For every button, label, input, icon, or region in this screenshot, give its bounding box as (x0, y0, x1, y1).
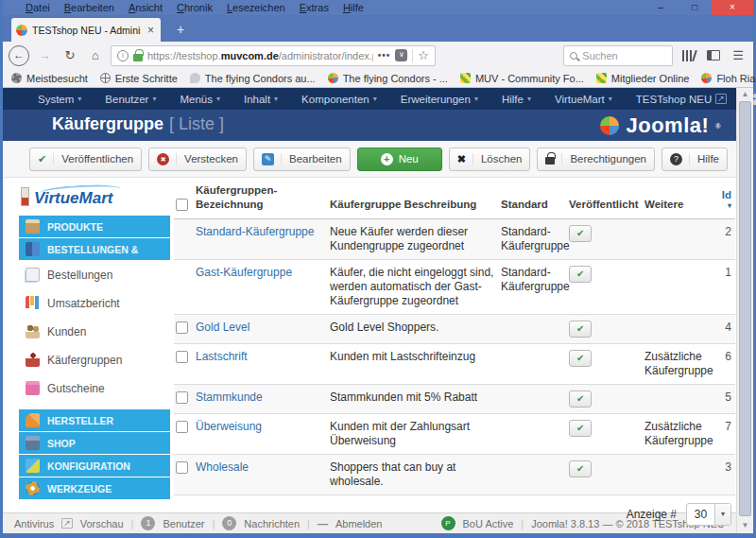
admin-menu-hilfe[interactable]: Hilfe▾ (502, 94, 531, 105)
home-button[interactable]: ⌂ (85, 48, 106, 62)
back-button[interactable]: ← (9, 45, 29, 66)
edit-button[interactable]: ✎Bearbeiten (253, 148, 351, 171)
https-lock-icon (133, 54, 143, 61)
sidebar-item-hersteller[interactable]: HERSTELLER (19, 409, 170, 431)
sidebar-item-bestellungen[interactable]: Bestellungen (19, 261, 170, 288)
hide-button[interactable]: ✖Verstecken (148, 148, 247, 171)
search-input[interactable]: Suchen (563, 45, 673, 66)
admin-menu-menus[interactable]: Menüs▾ (180, 94, 220, 105)
row-checkbox[interactable] (176, 421, 188, 433)
bookmark-condors-2[interactable]: The flying Condors - ... (328, 73, 448, 84)
sidebar-item-umsatzbericht[interactable]: Umsatzbericht (19, 289, 170, 317)
admin-menu-system[interactable]: System▾ (38, 94, 81, 105)
admin-menu-inhalt[interactable]: Inhalt▾ (244, 94, 278, 105)
bookmark-star-icon[interactable]: ☆ (418, 48, 429, 62)
help-button[interactable]: ?Hilfe (662, 148, 728, 171)
menu-extras[interactable]: Extras (300, 2, 329, 13)
scrollbar-thumb[interactable] (739, 101, 751, 516)
published-toggle[interactable]: ✔ (569, 390, 592, 408)
scroll-down-arrow[interactable]: ▼ (737, 521, 753, 529)
group-name-link[interactable]: Wholesale (193, 455, 327, 480)
minimize-button[interactable]: – (644, 0, 678, 15)
published-toggle[interactable]: ✔ (569, 225, 592, 242)
group-name-link[interactable]: Gast-Käufergruppe (193, 260, 327, 286)
menu-datei[interactable]: Datei (26, 2, 50, 13)
tab-close-icon[interactable]: × (146, 24, 156, 37)
sidebar-item-kaeufergruppen[interactable]: Käufergruppen (19, 346, 170, 373)
row-checkbox[interactable] (176, 351, 188, 363)
row-checkbox[interactable] (176, 461, 188, 474)
vertical-scrollbar[interactable]: ▲ ▼ (736, 88, 753, 533)
header-name: Käufergruppen-Bezeichnung (193, 180, 327, 218)
joomla-favicon (16, 25, 27, 36)
navigation-toolbar: ← → ↻ ⌂ i https://testshop.muvcom.de/adm… (3, 42, 753, 69)
published-toggle[interactable]: ✔ (569, 420, 592, 437)
bookmark-meistbesucht[interactable]: Meistbesucht (11, 73, 88, 84)
group-name-link[interactable]: Stammkunde (193, 385, 327, 410)
select-all-checkbox[interactable] (176, 199, 188, 211)
group-name-link[interactable]: Überweisung (193, 414, 327, 440)
sidebar-item-bestellungen-gruppe[interactable]: BESTELLUNGEN & (19, 238, 170, 260)
row-checkbox[interactable] (176, 321, 188, 334)
menu-ansicht[interactable]: Ansicht (129, 2, 163, 13)
menu-hilfe[interactable]: Hilfe (343, 2, 364, 13)
bookmark-mitglieder[interactable]: Mitglieder Online (596, 73, 690, 84)
bookmark-erste-schritte[interactable]: Erste Schritte (100, 73, 178, 84)
group-name-link[interactable]: Lastschrift (193, 344, 327, 370)
header-id-sort[interactable]: Id▾ (708, 184, 735, 218)
menu-lesezeichen[interactable]: Lesezeichen (227, 2, 285, 13)
menu-bearbeiten[interactable]: Bearbeiten (64, 2, 114, 13)
bookmark-muv-forum[interactable]: MUV - Community Fo... (460, 73, 584, 84)
menu-chronik[interactable]: Chronik (177, 2, 213, 13)
sidebar-item-konfiguration[interactable]: KONFIGURATION (19, 455, 170, 477)
sidebars-icon[interactable] (707, 50, 720, 61)
admin-menu-virtuemart[interactable]: VirtueMart▾ (555, 94, 612, 105)
published-toggle[interactable]: ✔ (569, 321, 592, 338)
admin-menu-benutzer[interactable]: Benutzer▾ (105, 94, 156, 105)
pocket-icon[interactable]: ∨ (395, 49, 407, 61)
group-extra: Zusätzliche Käufergruppe (642, 414, 708, 454)
sidebar-item-produkte[interactable]: PRODUKTE (19, 216, 170, 237)
page-info-icon[interactable]: i (117, 50, 129, 61)
browser-tab[interactable]: TESTshop NEU - Administration × (11, 18, 161, 42)
new-tab-button[interactable]: + (169, 19, 192, 40)
sidebar-item-werkzeuge[interactable]: WERKZEUGE (19, 477, 170, 499)
library-icon[interactable] (681, 50, 695, 61)
group-name-link[interactable]: Gold Level (193, 315, 327, 340)
group-extra (642, 315, 708, 326)
page-actions-icon[interactable]: ••• (378, 50, 391, 61)
sidebar-item-gutscheine[interactable]: Gutscheine (19, 374, 170, 402)
publish-button[interactable]: ✔Veröffentlichen (29, 148, 142, 171)
unpublish-icon: ✖ (157, 153, 169, 165)
sidebar-item-shop[interactable]: SHOP (19, 432, 170, 454)
published-toggle[interactable]: ✔ (569, 350, 592, 367)
maximize-button[interactable]: □ (678, 0, 712, 15)
new-button[interactable]: +Neu (357, 148, 442, 171)
joomla-logo-icon (600, 116, 619, 135)
group-name-link[interactable]: Standard-Käufergruppe (193, 219, 327, 245)
sidebar-item-kunden[interactable]: Kunden (19, 318, 170, 345)
menu-hamburger-icon[interactable]: ☰ (732, 48, 744, 62)
close-window-button[interactable]: × (712, 0, 753, 15)
header-published: Veröffentlicht (566, 194, 642, 218)
row-checkbox[interactable] (176, 391, 188, 404)
delete-button[interactable]: ✖Löschen (449, 148, 531, 171)
page-size-select[interactable]: 30 ▾ (686, 503, 731, 526)
url-bar[interactable]: i https://testshop.muvcom.de/administrat… (111, 45, 436, 66)
group-description: Stammkunden mit 5% Rabatt (327, 385, 498, 410)
preview-link[interactable]: Vorschau (80, 518, 124, 529)
published-toggle[interactable]: ✔ (569, 460, 592, 477)
table-row: Standard-Käufergruppe Neue Käufer werden… (174, 219, 735, 260)
scroll-up-arrow[interactable]: ▲ (737, 90, 753, 98)
permissions-button[interactable]: Berechtigungen (537, 148, 655, 171)
site-preview-link[interactable]: TESTshop NEU↗ (636, 94, 727, 105)
reload-button[interactable]: ↻ (60, 48, 80, 62)
url-text[interactable]: https://testshop.muvcom.de/administrator… (147, 50, 373, 61)
admin-menu-erweiterungen[interactable]: Erweiterungen▾ (401, 94, 478, 105)
forward-button[interactable]: → (34, 48, 55, 62)
published-toggle[interactable]: ✔ (569, 266, 592, 283)
bookmark-floh-rian[interactable]: Floh Rian Photography (701, 73, 756, 84)
group-id: 4 (708, 315, 735, 340)
admin-menu-komponenten[interactable]: Komponenten▾ (301, 94, 377, 105)
bookmark-condors-1[interactable]: The flying Condors au... (190, 73, 316, 84)
